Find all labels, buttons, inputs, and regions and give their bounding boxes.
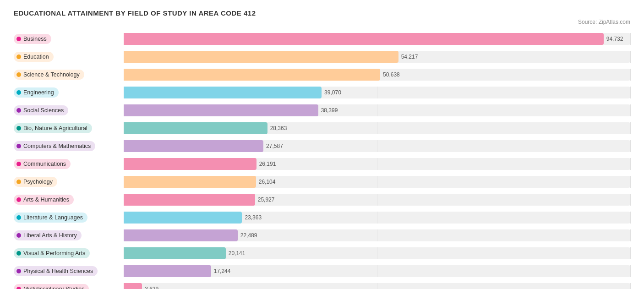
grid-line: [630, 33, 631, 45]
bar-value: 38,399: [321, 107, 338, 114]
bar-value: 39,070: [324, 89, 341, 96]
bar-dot: [16, 126, 21, 131]
bar-label-text: Liberal Arts & History: [23, 232, 77, 239]
bar-label-pill: Education: [14, 52, 54, 62]
bar-label-pill: Visual & Performing Arts: [14, 248, 90, 258]
grid-line: [630, 229, 631, 241]
bar-container: 3,629: [124, 283, 630, 289]
bar-value: 54,217: [401, 54, 418, 60]
bar-label-pill: Social Sciences: [14, 105, 68, 115]
bar-label-text: Business: [23, 36, 47, 42]
bar-value: 23,363: [245, 214, 262, 221]
grid-line: [630, 176, 631, 188]
bar-fill: [124, 229, 238, 241]
bar-label-text: Engineering: [23, 89, 54, 96]
grid-line: [630, 247, 631, 259]
bar-fill: [124, 194, 255, 206]
bar-dot: [16, 269, 21, 273]
bar-value: 50,638: [383, 71, 400, 78]
bar-row: Business94,732: [14, 31, 630, 47]
chart-area: Business94,732Education54,217Science & T…: [14, 31, 630, 289]
bar-label-pill: Business: [14, 34, 51, 44]
bar-fill: [124, 176, 256, 188]
bar-label-pill: Literature & Languages: [14, 213, 87, 223]
bar-container: 38,399: [124, 104, 630, 116]
bar-label-text: Arts & Humanities: [23, 196, 69, 203]
bar-fill: [124, 265, 211, 277]
bar-label-pill: Psychology: [14, 177, 57, 187]
bar-background: [124, 283, 630, 289]
bar-value: 26,104: [259, 179, 276, 185]
bar-label-pill: Bio, Nature & Agricultural: [14, 123, 92, 133]
bar-value: 17,244: [214, 268, 231, 274]
bar-row: Engineering39,070: [14, 84, 630, 101]
bar-label-pill: Physical & Health Sciences: [14, 266, 98, 276]
bar-container: 94,732: [124, 33, 630, 45]
bar-dot: [16, 37, 21, 41]
bar-label-pill: Liberal Arts & History: [14, 230, 82, 240]
bar-container: 28,363: [124, 122, 630, 134]
bar-label-wrap: Liberal Arts & History: [14, 227, 124, 244]
bar-label-pill: Engineering: [14, 87, 59, 98]
bar-fill: [124, 87, 322, 98]
grid-line: [630, 265, 631, 277]
bar-container: 25,927: [124, 194, 630, 206]
bar-row: Visual & Performing Arts20,141: [14, 245, 630, 262]
bar-row: Social Sciences38,399: [14, 102, 630, 119]
bar-dot: [16, 144, 21, 148]
bar-fill: [124, 104, 318, 116]
bar-label-pill: Multidisciplinary Studies: [14, 284, 89, 289]
bar-dot: [16, 108, 21, 113]
bar-dot: [16, 90, 21, 95]
bar-row: Bio, Nature & Agricultural28,363: [14, 120, 630, 136]
bar-container: 39,070: [124, 87, 630, 98]
bar-dot: [16, 180, 21, 184]
bar-label-text: Science & Technology: [23, 71, 80, 78]
bar-container: 17,244: [124, 265, 630, 277]
grid-line: [630, 122, 631, 134]
bar-row: Arts & Humanities25,927: [14, 191, 630, 208]
bar-container: 26,104: [124, 176, 630, 188]
bar-fill: [124, 51, 398, 63]
bar-label-wrap: Literature & Languages: [14, 209, 124, 226]
bar-dot: [16, 215, 21, 220]
bar-label-text: Multidisciplinary Studies: [23, 286, 84, 289]
bar-dot: [16, 72, 21, 77]
bar-container: 22,489: [124, 229, 630, 241]
bar-label-text: Psychology: [23, 179, 53, 185]
grid-line: [630, 140, 631, 152]
bar-label-wrap: Social Sciences: [14, 102, 124, 119]
bar-row: Communications26,191: [14, 156, 630, 172]
bar-container: 27,587: [124, 140, 630, 152]
bar-label-text: Bio, Nature & Agricultural: [23, 125, 87, 131]
bar-label-wrap: Visual & Performing Arts: [14, 245, 124, 262]
bar-container: 54,217: [124, 51, 630, 63]
bar-dot: [16, 251, 21, 256]
bar-dot: [16, 55, 21, 59]
bar-label-pill: Science & Technology: [14, 70, 84, 80]
source-label: Source: ZipAtlas.com: [14, 19, 630, 25]
bar-container: 23,363: [124, 212, 630, 224]
grid-line: [630, 194, 631, 206]
bar-label-wrap: Physical & Health Sciences: [14, 263, 124, 279]
bar-value: 94,732: [606, 36, 623, 42]
bar-value: 20,141: [229, 250, 246, 256]
grid-line: [630, 158, 631, 170]
grid-line: [630, 104, 631, 116]
grid-line: [630, 87, 631, 98]
bar-label-pill: Computers & Mathematics: [14, 141, 95, 151]
bar-label-wrap: Education: [14, 49, 124, 65]
bar-row: Physical & Health Sciences17,244: [14, 263, 630, 279]
grid-line: [630, 69, 631, 81]
bar-label-text: Physical & Health Sciences: [23, 268, 93, 274]
grid-line: [630, 51, 631, 63]
bar-container: 20,141: [124, 247, 630, 259]
bar-label-wrap: Computers & Mathematics: [14, 138, 124, 154]
bar-value: 25,927: [258, 196, 275, 203]
bar-row: Education54,217: [14, 49, 630, 65]
bar-dot: [16, 287, 21, 289]
bar-row: Liberal Arts & History22,489: [14, 227, 630, 244]
bar-label-wrap: Communications: [14, 156, 124, 172]
bar-fill: [124, 69, 380, 81]
bar-fill: [124, 140, 263, 152]
